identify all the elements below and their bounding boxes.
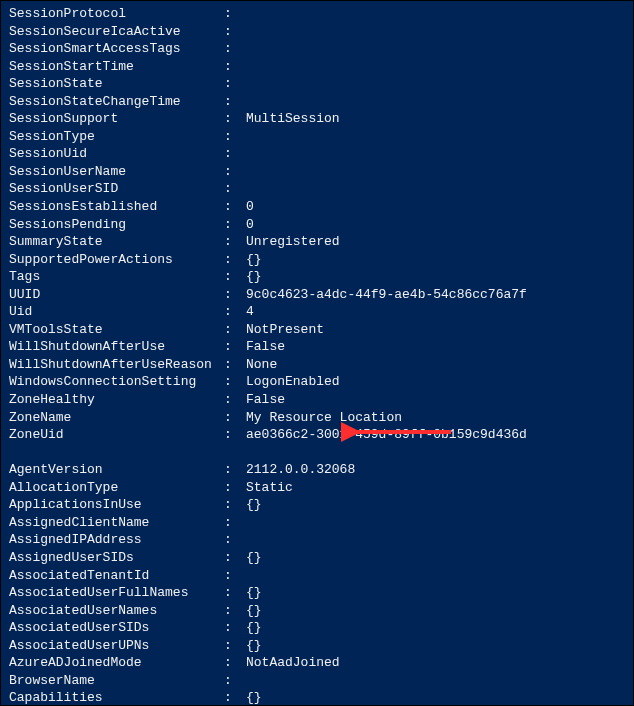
powershell-output: SessionProtocol:SessionSecureIcaActive:S…: [9, 5, 625, 706]
separator: :: [224, 356, 246, 374]
property-row: AzureADJoinedMode:NotAadJoined: [9, 654, 625, 672]
separator: :: [224, 391, 246, 409]
property-value: {}: [246, 602, 625, 620]
separator: :: [224, 321, 246, 339]
separator: :: [224, 128, 246, 146]
property-value: [246, 5, 625, 23]
property-row: VMToolsState:NotPresent: [9, 321, 625, 339]
separator: :: [224, 268, 246, 286]
property-row: AgentVersion:2112.0.0.32068: [9, 461, 625, 479]
property-key: SessionUid: [9, 145, 224, 163]
property-row: AssociatedUserFullNames:{}: [9, 584, 625, 602]
property-value: [246, 40, 625, 58]
property-key: SessionsEstablished: [9, 198, 224, 216]
property-key: SessionSupport: [9, 110, 224, 128]
separator: :: [224, 303, 246, 321]
property-value: 9c0c4623-a4dc-44f9-ae4b-54c86cc76a7f: [246, 286, 625, 304]
property-row: SessionType:: [9, 128, 625, 146]
property-value: MultiSession: [246, 110, 625, 128]
property-row: SessionStateChangeTime:: [9, 93, 625, 111]
property-row: ZoneUid:ae0366c2-3001-459d-89ff-0b159c9d…: [9, 426, 625, 444]
separator: :: [224, 145, 246, 163]
separator: :: [224, 461, 246, 479]
property-row: SessionSecureIcaActive:: [9, 23, 625, 41]
separator: :: [224, 373, 246, 391]
separator: :: [224, 233, 246, 251]
property-row: AssignedIPAddress:: [9, 531, 625, 549]
separator: :: [224, 637, 246, 655]
property-row: AllocationType:Static: [9, 479, 625, 497]
property-key: ZoneHealthy: [9, 391, 224, 409]
property-row: SessionProtocol:: [9, 5, 625, 23]
property-row: SummaryState:Unregistered: [9, 233, 625, 251]
property-row: BrowserName:: [9, 672, 625, 690]
property-row: AssociatedUserUPNs:{}: [9, 637, 625, 655]
separator: :: [224, 286, 246, 304]
property-key: ZoneUid: [9, 426, 224, 444]
separator: :: [224, 198, 246, 216]
property-key: UUID: [9, 286, 224, 304]
blank-line: [9, 444, 625, 462]
property-row: SessionUserName:: [9, 163, 625, 181]
property-key: SessionStartTime: [9, 58, 224, 76]
property-row: AssociatedTenantId:: [9, 567, 625, 585]
property-row: AssignedClientName:: [9, 514, 625, 532]
property-key: AgentVersion: [9, 461, 224, 479]
separator: :: [224, 619, 246, 637]
separator: :: [224, 549, 246, 567]
property-key: AssignedClientName: [9, 514, 224, 532]
property-value: 0: [246, 198, 625, 216]
property-value: [246, 567, 625, 585]
property-value: LogonEnabled: [246, 373, 625, 391]
property-key: Uid: [9, 303, 224, 321]
property-key: SessionSecureIcaActive: [9, 23, 224, 41]
separator: :: [224, 689, 246, 706]
property-value: [246, 58, 625, 76]
property-key: AssignedUserSIDs: [9, 549, 224, 567]
property-row: SessionUserSID:: [9, 180, 625, 198]
property-key: BrowserName: [9, 672, 224, 690]
property-row: SessionState:: [9, 75, 625, 93]
property-value: [246, 75, 625, 93]
separator: :: [224, 479, 246, 497]
separator: :: [224, 409, 246, 427]
property-value: {}: [246, 584, 625, 602]
separator: :: [224, 23, 246, 41]
separator: :: [224, 180, 246, 198]
property-value: [246, 93, 625, 111]
property-key: SessionProtocol: [9, 5, 224, 23]
separator: :: [224, 567, 246, 585]
property-key: SessionStateChangeTime: [9, 93, 224, 111]
separator: :: [224, 602, 246, 620]
property-value: 4: [246, 303, 625, 321]
property-value: NotAadJoined: [246, 654, 625, 672]
separator: :: [224, 110, 246, 128]
property-key: ZoneName: [9, 409, 224, 427]
property-row: SessionsPending:0: [9, 216, 625, 234]
property-key: ApplicationsInUse: [9, 496, 224, 514]
separator: :: [224, 338, 246, 356]
property-key: AssociatedUserSIDs: [9, 619, 224, 637]
property-value: {}: [246, 637, 625, 655]
property-row: WillShutdownAfterUse:False: [9, 338, 625, 356]
property-value: NotPresent: [246, 321, 625, 339]
property-key: SummaryState: [9, 233, 224, 251]
separator: :: [224, 584, 246, 602]
separator: :: [224, 251, 246, 269]
property-key: AllocationType: [9, 479, 224, 497]
property-value: [246, 672, 625, 690]
property-value: False: [246, 338, 625, 356]
separator: :: [224, 40, 246, 58]
property-row: UUID:9c0c4623-a4dc-44f9-ae4b-54c86cc76a7…: [9, 286, 625, 304]
separator: :: [224, 514, 246, 532]
property-key: SessionUserName: [9, 163, 224, 181]
property-value: {}: [246, 251, 625, 269]
property-value: [246, 180, 625, 198]
property-key: AssociatedUserFullNames: [9, 584, 224, 602]
property-key: SessionState: [9, 75, 224, 93]
property-value: [246, 531, 625, 549]
property-value: My Resource Location: [246, 409, 625, 427]
property-key: WillShutdownAfterUseReason: [9, 356, 224, 374]
separator: :: [224, 654, 246, 672]
property-value: [246, 163, 625, 181]
